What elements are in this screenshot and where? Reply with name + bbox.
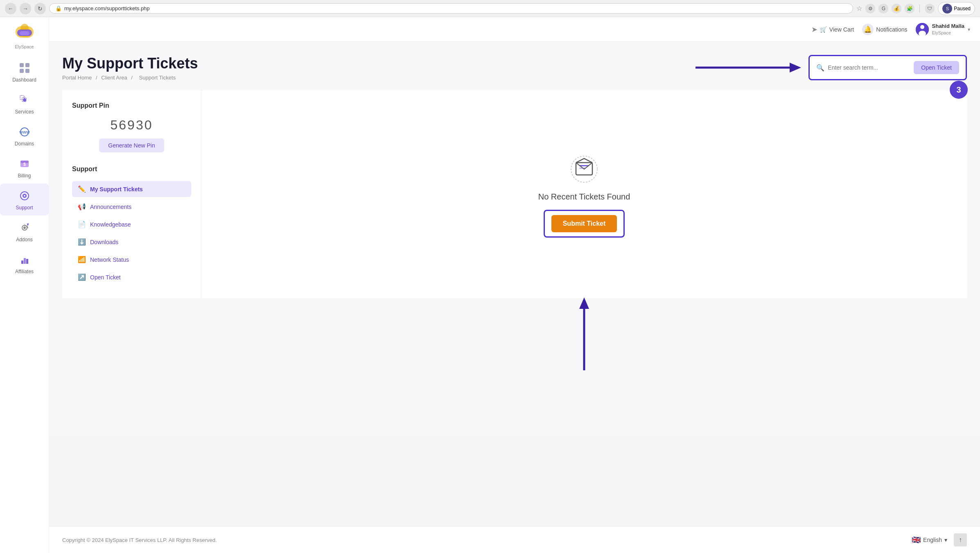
svg-rect-4: [20, 31, 29, 35]
browser-avatar: S: [942, 4, 952, 14]
lock-icon: 🔒: [55, 5, 62, 11]
sidebar-affiliates-label: Affiliates: [15, 269, 34, 274]
open-ticket-icon: ↗️: [78, 273, 86, 281]
submit-ticket-button[interactable]: Submit Ticket: [551, 215, 617, 232]
sidebar-item-billing[interactable]: $ Billing: [0, 152, 49, 184]
svg-line-24: [28, 223, 29, 224]
nav-my-support-tickets-label: My Support Tickets: [90, 186, 143, 193]
language-chevron-icon: ▾: [944, 537, 947, 543]
sidebar-item-addons[interactable]: Addons: [0, 215, 49, 247]
svg-rect-5: [20, 63, 24, 67]
open-ticket-button[interactable]: Open Ticket: [914, 61, 959, 74]
ext-puzzle-icon[interactable]: 🧩: [905, 4, 915, 14]
main-content: ➤ 🛒 View Cart 🔔 Notifications Shahid Mal…: [49, 17, 980, 553]
notifications-label: Notifications: [876, 26, 907, 33]
arrow-right-annotation: [695, 59, 802, 76]
scroll-top-button[interactable]: ↑: [954, 533, 967, 546]
sidebar-billing-label: Billing: [18, 173, 31, 179]
svg-rect-27: [26, 259, 28, 264]
back-button[interactable]: ←: [5, 3, 16, 14]
view-cart-action[interactable]: ➤ 🛒 View Cart: [811, 25, 854, 34]
logo-text: ElySpace: [15, 44, 34, 49]
sidebar: ElySpace Dashboard Services WW: [0, 17, 49, 553]
paused-button[interactable]: S Paused: [938, 2, 975, 15]
downloads-icon: ⬇️: [78, 238, 86, 246]
breadcrumb-support-tickets: Support Tickets: [139, 75, 176, 81]
page-body: 3 My Support Tickets Portal Home / Clien…: [49, 42, 980, 436]
divider: [919, 5, 920, 13]
nav-open-ticket-label: Open Ticket: [90, 274, 121, 281]
search-icon: 🔍: [816, 64, 824, 72]
pin-display: 56930: [72, 118, 191, 133]
svg-point-21: [23, 227, 26, 229]
empty-state: No Recent Tickets Found Submit Ticket: [538, 151, 630, 238]
network-status-icon: 📶: [78, 256, 86, 263]
view-cart-label: View Cart: [829, 26, 854, 33]
forward-arrow-icon: ➤: [811, 25, 817, 34]
nav-network-status[interactable]: 📶 Network Status: [72, 252, 191, 267]
svg-rect-26: [24, 258, 26, 264]
support-nav-section: Support ✏️ My Support Tickets 📢 Announce…: [72, 165, 191, 285]
language-selector[interactable]: 🇬🇧 English ▾: [912, 535, 947, 544]
support-nav-title: Support: [72, 165, 191, 173]
ext-g-icon[interactable]: G: [878, 4, 888, 14]
search-input[interactable]: [828, 64, 910, 71]
sidebar-item-affiliates[interactable]: Affiliates: [0, 247, 49, 279]
sidebar-logo: ElySpace: [14, 22, 35, 49]
nav-network-status-label: Network Status: [90, 256, 129, 263]
sidebar-item-dashboard[interactable]: Dashboard: [0, 56, 49, 88]
paused-label: Paused: [954, 6, 971, 11]
nav-open-ticket[interactable]: ↗️ Open Ticket: [72, 269, 191, 285]
reload-button[interactable]: ↻: [34, 3, 46, 14]
url-bar[interactable]: 🔒 my.elyspace.com/supporttickets.php: [49, 3, 853, 14]
svg-rect-6: [25, 63, 29, 67]
nav-knowledgebase[interactable]: 📄 Knowledgebase: [72, 216, 191, 232]
svg-point-29: [920, 25, 924, 29]
breadcrumb-client-area[interactable]: Client Area: [101, 75, 127, 81]
bell-icon: 🔔: [862, 24, 874, 35]
sidebar-item-support[interactable]: Support: [0, 184, 49, 215]
sidebar-item-domains[interactable]: WWW Domains: [0, 120, 49, 152]
support-icon: [17, 188, 32, 203]
search-input-wrapper: 🔍: [816, 64, 910, 72]
sidebar-support-label: Support: [16, 205, 33, 211]
nav-announcements[interactable]: 📢 Announcements: [72, 199, 191, 215]
url-text: my.elyspace.com/supporttickets.php: [64, 5, 150, 11]
sidebar-domains-label: Domains: [15, 141, 34, 147]
breadcrumb-portal-home[interactable]: Portal Home: [62, 75, 92, 81]
logo-icon: [14, 22, 35, 43]
sidebar-services-label: Services: [15, 109, 34, 115]
ext-coin-icon[interactable]: 💰: [892, 4, 901, 14]
cart-icon: 🛒: [820, 26, 827, 33]
nav-downloads[interactable]: ⬇️ Downloads: [72, 234, 191, 250]
left-panel: Support Pin 56930 Generate New Pin Suppo…: [62, 91, 201, 298]
content-grid: Support Pin 56930 Generate New Pin Suppo…: [62, 91, 967, 298]
user-menu[interactable]: Shahid Malla ElySpace ▾: [916, 23, 970, 36]
submit-ticket-container: Submit Ticket: [544, 210, 625, 238]
ext-shield-icon[interactable]: 🛡: [925, 4, 935, 14]
ext-settings-icon[interactable]: ⚙: [865, 4, 875, 14]
svg-rect-7: [20, 69, 24, 73]
arrow-up-annotation: [578, 297, 590, 372]
browser-extensions: ⚙ G 💰 🧩 🛡: [865, 4, 935, 14]
bookmark-icon[interactable]: ☆: [856, 5, 862, 12]
affiliates-icon: [17, 252, 32, 267]
sidebar-addons-label: Addons: [16, 237, 33, 243]
notifications-action[interactable]: 🔔 Notifications: [862, 24, 907, 35]
footer-copyright: Copyright © 2024 ElySpace IT Services LL…: [62, 537, 217, 543]
nav-announcements-label: Announcements: [90, 204, 131, 210]
generate-pin-button[interactable]: Generate New Pin: [99, 138, 164, 152]
forward-button[interactable]: →: [20, 3, 31, 14]
addons-icon: [17, 220, 32, 235]
user-info: Shahid Malla ElySpace: [932, 23, 964, 36]
empty-state-message: No Recent Tickets Found: [538, 192, 630, 202]
svg-point-19: [24, 195, 25, 197]
svg-text:WWW: WWW: [19, 130, 30, 134]
nav-my-support-tickets[interactable]: ✏️ My Support Tickets: [72, 181, 191, 197]
svg-text:$: $: [23, 162, 26, 167]
page-title-block: My Support Tickets Portal Home / Client …: [62, 55, 198, 81]
domains-icon: WWW: [17, 125, 32, 139]
empty-inbox-icon: [568, 151, 601, 184]
svg-point-22: [27, 224, 29, 225]
sidebar-item-services[interactable]: Services: [0, 88, 49, 120]
